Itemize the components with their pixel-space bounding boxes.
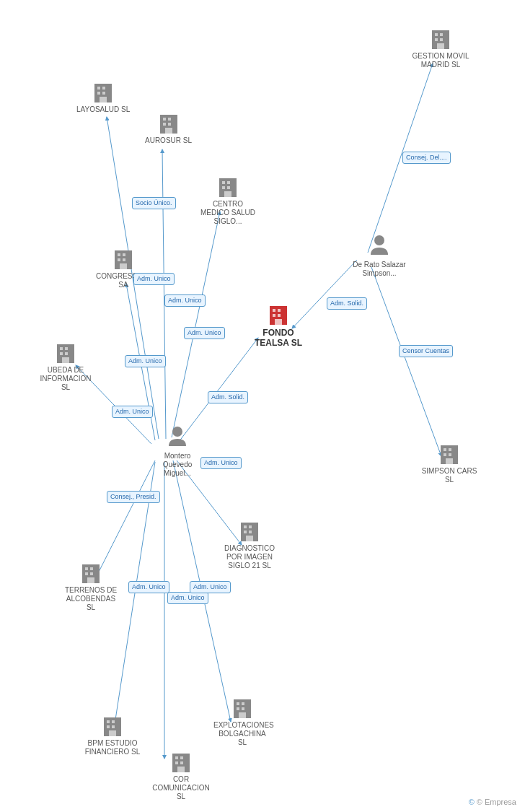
svg-rect-93 <box>239 712 246 718</box>
layosalud-icon <box>92 81 115 104</box>
montero-icon <box>166 424 189 450</box>
node-layosalud: LAYOSALUD SL <box>76 81 130 114</box>
svg-rect-75 <box>246 536 253 541</box>
fondo-tealsa-icon <box>267 303 290 326</box>
svg-rect-43 <box>60 352 63 355</box>
explotaciones-label: EXPLOTACIONES BOLGACHINA SL <box>213 721 271 747</box>
svg-rect-47 <box>222 181 225 184</box>
svg-rect-67 <box>85 572 88 575</box>
svg-rect-54 <box>440 33 443 36</box>
svg-rect-86 <box>180 761 183 764</box>
svg-rect-41 <box>60 347 63 350</box>
node-fondo-tealsa: FONDO TEALSA SL <box>250 303 307 349</box>
centro-medico-icon <box>216 175 239 198</box>
svg-rect-44 <box>65 352 68 355</box>
svg-rect-17 <box>273 314 275 317</box>
svg-rect-33 <box>100 97 107 102</box>
diagnostico-icon <box>238 520 261 543</box>
badge-adm-solid-2: Adm. Solid. <box>327 297 367 310</box>
bpm-icon <box>101 715 124 738</box>
congress-xxi-icon <box>112 248 135 271</box>
watermark: © © Empresa <box>469 798 516 806</box>
badge-adm-unico-7: Adm. Unico <box>128 581 169 593</box>
de-rato-icon <box>368 233 391 259</box>
node-gestion-movil: GESTION MOVIL MADRID SL <box>412 27 469 69</box>
svg-rect-62 <box>449 453 451 456</box>
svg-line-6 <box>96 460 155 577</box>
node-diagnostico: DIAGNOSTICO POR IMAGEN SIGLO 21 SL <box>221 520 278 570</box>
svg-rect-51 <box>224 191 231 197</box>
svg-rect-30 <box>102 87 105 90</box>
svg-rect-89 <box>237 702 239 705</box>
svg-rect-91 <box>237 707 239 710</box>
svg-rect-49 <box>222 186 225 189</box>
svg-rect-39 <box>120 263 127 269</box>
svg-rect-85 <box>175 761 178 764</box>
de-rato-label: De Rato Salazar Simpson... <box>350 261 408 278</box>
svg-rect-37 <box>118 258 120 261</box>
fondo-tealsa-label: FONDO TEALSA SL <box>250 328 307 349</box>
svg-rect-77 <box>107 720 110 723</box>
node-terrenos: TERRENOS DE ALCOBENDAS SL <box>62 562 120 612</box>
node-centro-medico: CENTRO MEDICO SALUD SIGLO... <box>199 175 257 226</box>
svg-rect-38 <box>123 258 125 261</box>
svg-rect-80 <box>112 725 115 728</box>
svg-rect-59 <box>444 448 446 451</box>
svg-rect-45 <box>62 357 69 363</box>
network-graph: FONDO TEALSA SL Montero Quevedo Miguel..… <box>0 0 525 812</box>
svg-rect-66 <box>90 567 93 570</box>
svg-rect-87 <box>177 767 185 772</box>
badge-censor-cuentas: Censor Cuentas <box>399 345 453 357</box>
svg-rect-61 <box>444 453 446 456</box>
badge-adm-unico-9: Adm. Unico <box>190 581 231 593</box>
svg-rect-15 <box>273 309 275 312</box>
svg-rect-23 <box>163 118 166 121</box>
svg-rect-50 <box>227 186 230 189</box>
node-bpm: BPM ESTUDIO FINANCIERO SL <box>84 715 141 756</box>
ubeda-label: UBEDA DE INFORMACION SL <box>37 366 94 392</box>
svg-rect-29 <box>97 87 100 90</box>
svg-rect-35 <box>118 253 120 256</box>
svg-point-20 <box>172 427 182 437</box>
aurosur-label: AUROSUR SL <box>145 136 192 145</box>
svg-rect-24 <box>168 118 171 121</box>
svg-rect-55 <box>435 38 438 41</box>
explotaciones-icon <box>231 697 254 720</box>
badge-consej-del: Consej. Del.... <box>402 152 451 164</box>
svg-rect-79 <box>107 725 110 728</box>
svg-rect-84 <box>180 756 183 759</box>
svg-rect-26 <box>168 123 171 126</box>
svg-rect-18 <box>278 314 281 317</box>
terrenos-label: TERRENOS DE ALCOBENDAS SL <box>62 586 120 612</box>
node-cor: COR COMUNICACION SL <box>152 751 210 801</box>
svg-rect-56 <box>440 38 443 41</box>
node-simpson-cars: SIMPSON CARS SL <box>420 442 478 484</box>
aurosur-icon <box>157 112 180 135</box>
svg-rect-19 <box>275 319 282 325</box>
svg-rect-57 <box>437 43 444 49</box>
node-explotaciones: EXPLOTACIONES BOLGACHINA SL <box>213 697 271 747</box>
svg-rect-74 <box>249 531 252 533</box>
simpson-cars-icon <box>438 442 461 466</box>
badge-adm-unico-6: Adm. Unico <box>200 457 242 469</box>
svg-rect-53 <box>435 33 438 36</box>
centro-medico-label: CENTRO MEDICO SALUD SIGLO... <box>199 200 257 226</box>
svg-rect-25 <box>163 123 166 126</box>
cor-icon <box>169 751 193 774</box>
node-ubeda: UBEDA DE INFORMACION SL <box>37 341 94 392</box>
simpson-cars-label: SIMPSON CARS SL <box>420 467 478 484</box>
svg-rect-81 <box>109 730 116 736</box>
terrenos-icon <box>79 562 102 585</box>
svg-rect-92 <box>242 707 244 710</box>
montero-label: Montero Quevedo Miguel... <box>149 452 206 478</box>
svg-point-21 <box>374 235 384 245</box>
gestion-movil-icon <box>429 27 452 51</box>
svg-rect-90 <box>242 702 244 705</box>
svg-rect-63 <box>446 458 453 464</box>
badge-adm-unico-1: Adm. Unico <box>133 273 175 285</box>
diagnostico-label: DIAGNOSTICO POR IMAGEN SIGLO 21 SL <box>221 544 278 570</box>
svg-rect-31 <box>97 92 100 95</box>
bpm-label: BPM ESTUDIO FINANCIERO SL <box>84 739 141 756</box>
svg-rect-60 <box>449 448 451 451</box>
svg-rect-27 <box>165 128 172 134</box>
